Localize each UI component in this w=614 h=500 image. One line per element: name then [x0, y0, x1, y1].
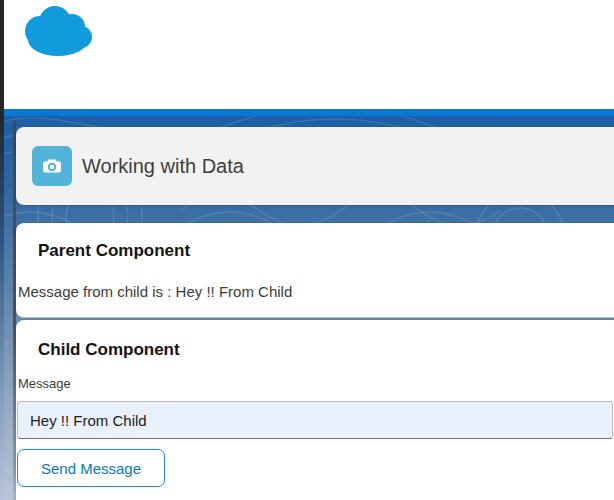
child-card-title: Child Component [38, 340, 180, 360]
page-title: Working with Data [82, 127, 244, 205]
message-field-label: Message [18, 376, 71, 391]
salesforce-window: Sales Home Opportunities Leads Tasks [0, 0, 614, 500]
nav-bar: Sales Home Opportunities Leads Tasks [0, 60, 614, 109]
parent-card-title: Parent Component [38, 241, 190, 261]
send-message-button[interactable]: Send Message [17, 449, 165, 487]
page-header-card: Working with Data [16, 127, 614, 205]
brand-accent-strip [0, 109, 614, 116]
salesforce-cloud-icon [20, 4, 94, 58]
parent-component-card: Parent Component Message from child is :… [16, 223, 614, 318]
message-input[interactable] [17, 401, 613, 439]
salesforce-logo [20, 4, 94, 62]
camera-icon [32, 146, 72, 186]
child-component-card: Child Component Message Send Message [16, 320, 614, 500]
window-edge [0, 0, 4, 500]
parent-message-text: Message from child is : Hey !! From Chil… [18, 283, 292, 300]
